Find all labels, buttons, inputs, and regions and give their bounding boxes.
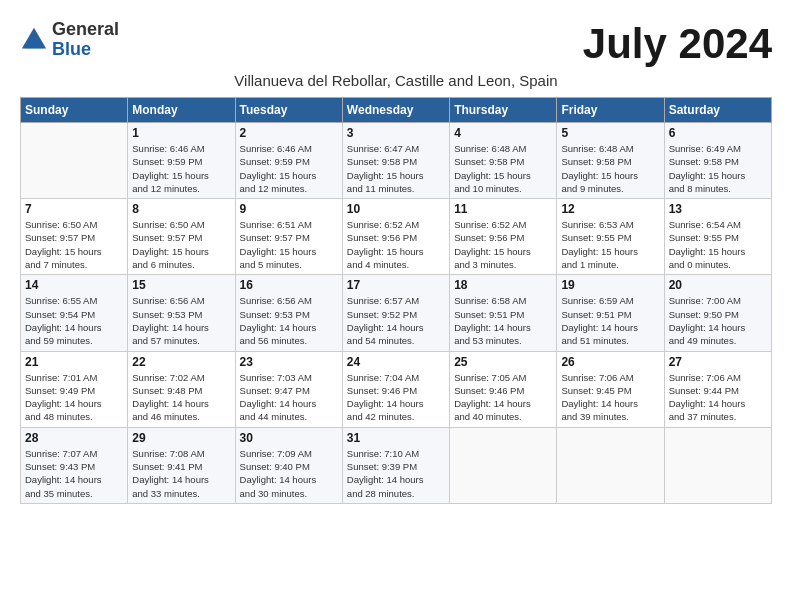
calendar-cell: 11Sunrise: 6:52 AM Sunset: 9:56 PM Dayli… (450, 199, 557, 275)
calendar-cell: 19Sunrise: 6:59 AM Sunset: 9:51 PM Dayli… (557, 275, 664, 351)
day-header-tuesday: Tuesday (235, 98, 342, 123)
calendar-cell: 25Sunrise: 7:05 AM Sunset: 9:46 PM Dayli… (450, 351, 557, 427)
day-number: 26 (561, 355, 659, 369)
week-row-2: 7Sunrise: 6:50 AM Sunset: 9:57 PM Daylig… (21, 199, 772, 275)
month-year-title: July 2024 (583, 20, 772, 68)
calendar-cell: 1Sunrise: 6:46 AM Sunset: 9:59 PM Daylig… (128, 123, 235, 199)
day-number: 11 (454, 202, 552, 216)
day-number: 31 (347, 431, 445, 445)
day-info: Sunrise: 7:10 AM Sunset: 9:39 PM Dayligh… (347, 447, 445, 500)
calendar-cell: 12Sunrise: 6:53 AM Sunset: 9:55 PM Dayli… (557, 199, 664, 275)
day-header-friday: Friday (557, 98, 664, 123)
calendar-cell: 29Sunrise: 7:08 AM Sunset: 9:41 PM Dayli… (128, 427, 235, 503)
day-number: 1 (132, 126, 230, 140)
day-number: 21 (25, 355, 123, 369)
page-header: General Blue July 2024 (20, 20, 772, 68)
day-number: 12 (561, 202, 659, 216)
day-header-sunday: Sunday (21, 98, 128, 123)
calendar-cell: 22Sunrise: 7:02 AM Sunset: 9:48 PM Dayli… (128, 351, 235, 427)
day-number: 10 (347, 202, 445, 216)
day-number: 14 (25, 278, 123, 292)
day-number: 30 (240, 431, 338, 445)
day-info: Sunrise: 6:46 AM Sunset: 9:59 PM Dayligh… (240, 142, 338, 195)
day-info: Sunrise: 6:52 AM Sunset: 9:56 PM Dayligh… (347, 218, 445, 271)
calendar-cell: 20Sunrise: 7:00 AM Sunset: 9:50 PM Dayli… (664, 275, 771, 351)
day-number: 22 (132, 355, 230, 369)
calendar-cell: 18Sunrise: 6:58 AM Sunset: 9:51 PM Dayli… (450, 275, 557, 351)
day-number: 15 (132, 278, 230, 292)
logo-text: General Blue (52, 20, 119, 60)
day-info: Sunrise: 6:53 AM Sunset: 9:55 PM Dayligh… (561, 218, 659, 271)
week-row-1: 1Sunrise: 6:46 AM Sunset: 9:59 PM Daylig… (21, 123, 772, 199)
day-info: Sunrise: 6:51 AM Sunset: 9:57 PM Dayligh… (240, 218, 338, 271)
day-info: Sunrise: 6:48 AM Sunset: 9:58 PM Dayligh… (454, 142, 552, 195)
day-info: Sunrise: 7:00 AM Sunset: 9:50 PM Dayligh… (669, 294, 767, 347)
day-number: 27 (669, 355, 767, 369)
logo: General Blue (20, 20, 119, 60)
day-info: Sunrise: 7:04 AM Sunset: 9:46 PM Dayligh… (347, 371, 445, 424)
calendar-cell: 13Sunrise: 6:54 AM Sunset: 9:55 PM Dayli… (664, 199, 771, 275)
day-number: 25 (454, 355, 552, 369)
day-number: 13 (669, 202, 767, 216)
calendar-cell (664, 427, 771, 503)
day-info: Sunrise: 6:55 AM Sunset: 9:54 PM Dayligh… (25, 294, 123, 347)
day-info: Sunrise: 6:48 AM Sunset: 9:58 PM Dayligh… (561, 142, 659, 195)
calendar-cell: 28Sunrise: 7:07 AM Sunset: 9:43 PM Dayli… (21, 427, 128, 503)
day-number: 24 (347, 355, 445, 369)
day-number: 18 (454, 278, 552, 292)
day-number: 5 (561, 126, 659, 140)
day-number: 7 (25, 202, 123, 216)
day-info: Sunrise: 6:59 AM Sunset: 9:51 PM Dayligh… (561, 294, 659, 347)
day-info: Sunrise: 6:57 AM Sunset: 9:52 PM Dayligh… (347, 294, 445, 347)
day-info: Sunrise: 6:46 AM Sunset: 9:59 PM Dayligh… (132, 142, 230, 195)
calendar-cell (557, 427, 664, 503)
calendar-cell: 2Sunrise: 6:46 AM Sunset: 9:59 PM Daylig… (235, 123, 342, 199)
day-number: 3 (347, 126, 445, 140)
day-info: Sunrise: 6:52 AM Sunset: 9:56 PM Dayligh… (454, 218, 552, 271)
day-header-saturday: Saturday (664, 98, 771, 123)
calendar-cell: 31Sunrise: 7:10 AM Sunset: 9:39 PM Dayli… (342, 427, 449, 503)
days-header-row: SundayMondayTuesdayWednesdayThursdayFrid… (21, 98, 772, 123)
calendar-table: SundayMondayTuesdayWednesdayThursdayFrid… (20, 97, 772, 504)
day-number: 17 (347, 278, 445, 292)
week-row-3: 14Sunrise: 6:55 AM Sunset: 9:54 PM Dayli… (21, 275, 772, 351)
day-header-wednesday: Wednesday (342, 98, 449, 123)
calendar-cell: 4Sunrise: 6:48 AM Sunset: 9:58 PM Daylig… (450, 123, 557, 199)
day-info: Sunrise: 7:07 AM Sunset: 9:43 PM Dayligh… (25, 447, 123, 500)
day-info: Sunrise: 7:08 AM Sunset: 9:41 PM Dayligh… (132, 447, 230, 500)
calendar-cell: 23Sunrise: 7:03 AM Sunset: 9:47 PM Dayli… (235, 351, 342, 427)
calendar-cell: 6Sunrise: 6:49 AM Sunset: 9:58 PM Daylig… (664, 123, 771, 199)
logo-icon (20, 26, 48, 54)
location-title: Villanueva del Rebollar, Castille and Le… (20, 72, 772, 89)
day-info: Sunrise: 7:05 AM Sunset: 9:46 PM Dayligh… (454, 371, 552, 424)
day-number: 2 (240, 126, 338, 140)
day-number: 19 (561, 278, 659, 292)
day-info: Sunrise: 6:56 AM Sunset: 9:53 PM Dayligh… (132, 294, 230, 347)
day-number: 4 (454, 126, 552, 140)
day-number: 29 (132, 431, 230, 445)
day-info: Sunrise: 6:56 AM Sunset: 9:53 PM Dayligh… (240, 294, 338, 347)
week-row-5: 28Sunrise: 7:07 AM Sunset: 9:43 PM Dayli… (21, 427, 772, 503)
calendar-cell: 27Sunrise: 7:06 AM Sunset: 9:44 PM Dayli… (664, 351, 771, 427)
day-header-thursday: Thursday (450, 98, 557, 123)
calendar-cell: 17Sunrise: 6:57 AM Sunset: 9:52 PM Dayli… (342, 275, 449, 351)
day-number: 9 (240, 202, 338, 216)
calendar-cell: 9Sunrise: 6:51 AM Sunset: 9:57 PM Daylig… (235, 199, 342, 275)
calendar-cell: 14Sunrise: 6:55 AM Sunset: 9:54 PM Dayli… (21, 275, 128, 351)
day-info: Sunrise: 7:01 AM Sunset: 9:49 PM Dayligh… (25, 371, 123, 424)
day-info: Sunrise: 7:09 AM Sunset: 9:40 PM Dayligh… (240, 447, 338, 500)
day-info: Sunrise: 6:47 AM Sunset: 9:58 PM Dayligh… (347, 142, 445, 195)
calendar-cell: 30Sunrise: 7:09 AM Sunset: 9:40 PM Dayli… (235, 427, 342, 503)
calendar-cell: 15Sunrise: 6:56 AM Sunset: 9:53 PM Dayli… (128, 275, 235, 351)
day-info: Sunrise: 6:54 AM Sunset: 9:55 PM Dayligh… (669, 218, 767, 271)
calendar-cell: 10Sunrise: 6:52 AM Sunset: 9:56 PM Dayli… (342, 199, 449, 275)
day-number: 23 (240, 355, 338, 369)
day-info: Sunrise: 7:03 AM Sunset: 9:47 PM Dayligh… (240, 371, 338, 424)
day-number: 16 (240, 278, 338, 292)
day-number: 28 (25, 431, 123, 445)
day-number: 6 (669, 126, 767, 140)
calendar-cell: 16Sunrise: 6:56 AM Sunset: 9:53 PM Dayli… (235, 275, 342, 351)
day-header-monday: Monday (128, 98, 235, 123)
calendar-cell: 26Sunrise: 7:06 AM Sunset: 9:45 PM Dayli… (557, 351, 664, 427)
day-info: Sunrise: 6:49 AM Sunset: 9:58 PM Dayligh… (669, 142, 767, 195)
